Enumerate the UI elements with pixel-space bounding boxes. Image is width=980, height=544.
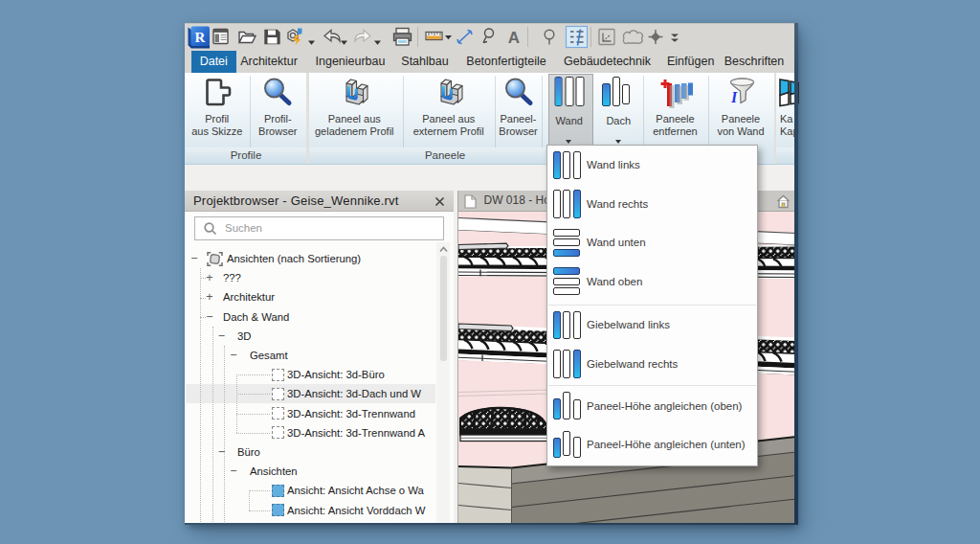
svg-text:I: I bbox=[730, 89, 738, 105]
svg-text:A: A bbox=[508, 29, 520, 47]
svg-text:R: R bbox=[195, 30, 206, 45]
